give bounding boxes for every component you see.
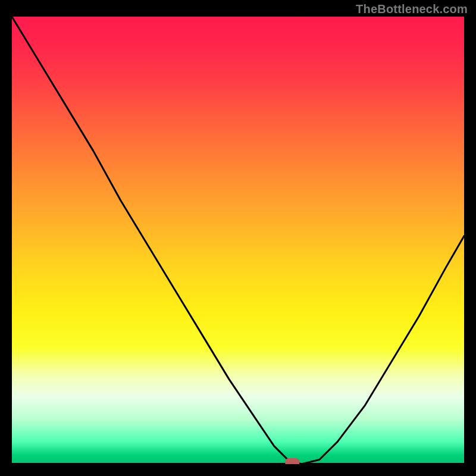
chart-svg (12, 17, 464, 464)
plot-area (12, 17, 464, 464)
attribution-label: TheBottleneck.com (356, 2, 468, 16)
chart-frame: TheBottleneck.com (0, 0, 476, 476)
bottleneck-curve (12, 17, 464, 464)
optimum-marker (285, 458, 299, 464)
